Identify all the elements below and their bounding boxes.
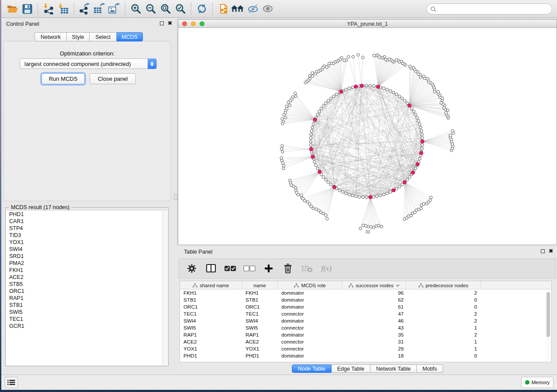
new-network-from-selection-icon[interactable]: [216, 2, 231, 16]
leaf-node[interactable]: [361, 56, 364, 58]
mcds-result-list[interactable]: PHD1CAR1STP4TID3YOX1SWI4SRD1PMA2FKH1ACE2…: [6, 211, 168, 365]
table-scroll-thumb[interactable]: [547, 292, 550, 337]
network-canvas[interactable]: [178, 28, 557, 244]
refresh-icon[interactable]: [194, 2, 209, 16]
network-node[interactable]: [318, 110, 321, 113]
leaf-node[interactable]: [312, 207, 315, 210]
network-node[interactable]: [369, 84, 371, 87]
table-cell[interactable]: dominator: [278, 303, 343, 310]
table-cell[interactable]: 0: [406, 303, 481, 310]
canvas-scroll-thumb[interactable]: [366, 230, 370, 234]
leaf-node[interactable]: [451, 130, 454, 132]
table-cell[interactable]: ACE2: [242, 338, 278, 345]
table-row[interactable]: PHD1PHD1dominator180: [180, 352, 551, 359]
table-cell[interactable]: 47: [343, 310, 406, 317]
leaf-node[interactable]: [395, 58, 398, 61]
mcds-hub-node[interactable]: [403, 181, 406, 184]
table-cell[interactable]: dominator: [278, 331, 343, 338]
tab-style[interactable]: Style: [67, 32, 90, 41]
mcds-hub-node[interactable]: [421, 140, 424, 143]
network-node[interactable]: [351, 86, 354, 89]
network-node[interactable]: [403, 99, 406, 102]
network-node[interactable]: [315, 164, 317, 166]
table-cell[interactable]: YOX1: [180, 345, 242, 352]
result-scrollbar[interactable]: [162, 211, 168, 365]
table-row[interactable]: SWI4SWI4dominator462: [180, 317, 551, 324]
table-cell[interactable]: connector: [278, 338, 343, 345]
mcds-hub-node[interactable]: [411, 171, 415, 175]
table-row[interactable]: ACE2ACE2connector311: [180, 338, 551, 345]
leaf-node[interactable]: [429, 199, 432, 201]
leaf-node[interactable]: [282, 164, 285, 167]
result-item[interactable]: SRD1: [6, 253, 168, 260]
table-cell[interactable]: 18: [343, 352, 406, 359]
add-column-icon[interactable]: [262, 262, 275, 275]
leaf-node[interactable]: [370, 226, 372, 228]
network-node[interactable]: [386, 192, 388, 195]
leaf-node[interactable]: [281, 150, 284, 153]
table-cell[interactable]: 31: [343, 338, 406, 345]
zoom-in-icon[interactable]: [128, 2, 143, 16]
network-node[interactable]: [401, 97, 403, 100]
network-node[interactable]: [362, 196, 364, 199]
leaf-node[interactable]: [429, 196, 432, 199]
leaf-node[interactable]: [436, 90, 439, 93]
table-cell[interactable]: ORC1: [180, 303, 242, 310]
table-cell[interactable]: RAP1: [242, 331, 278, 338]
result-item[interactable]: ORC1: [6, 288, 168, 295]
network-node[interactable]: [389, 191, 391, 193]
mcds-hub-node[interactable]: [333, 186, 336, 189]
leaf-node[interactable]: [446, 109, 449, 111]
tab-network-table[interactable]: Network Table: [370, 364, 417, 373]
result-item[interactable]: SWI4: [6, 246, 168, 253]
leaf-node[interactable]: [281, 122, 284, 125]
show-columns-icon[interactable]: [204, 262, 218, 275]
network-node[interactable]: [382, 193, 385, 196]
network-node[interactable]: [420, 130, 423, 132]
network-node[interactable]: [329, 97, 332, 100]
zoom-selected-icon[interactable]: [173, 2, 188, 16]
tab-mcds[interactable]: MCDS: [117, 32, 143, 41]
table-row[interactable]: ORC1ORC1dominator610: [180, 303, 551, 310]
table-cell[interactable]: 61: [343, 303, 406, 310]
table-scrollbar[interactable]: [546, 290, 551, 361]
table-row[interactable]: RAP1RAP1dominator352: [180, 331, 551, 338]
settings-gear-icon[interactable]: [185, 262, 198, 275]
leaf-node[interactable]: [319, 211, 322, 213]
table-row[interactable]: FKH1FKH1dominator962: [180, 289, 551, 296]
mcds-hub-node[interactable]: [360, 84, 363, 87]
leaf-node[interactable]: [375, 224, 377, 227]
network-node[interactable]: [372, 85, 375, 87]
leaf-node[interactable]: [352, 55, 354, 58]
table-cell[interactable]: 96: [343, 289, 406, 296]
result-item[interactable]: STB1: [6, 302, 168, 309]
table-cell[interactable]: 46: [343, 317, 406, 324]
delete-column-icon[interactable]: [281, 262, 294, 275]
leaf-node[interactable]: [294, 92, 296, 95]
leaf-node[interactable]: [300, 194, 302, 196]
leaf-node[interactable]: [420, 207, 422, 210]
col-successor-nodes[interactable]: successor nodes: [343, 281, 406, 289]
table-cell[interactable]: ORC1: [242, 303, 278, 310]
result-item[interactable]: SWI5: [6, 309, 168, 316]
mcds-hub-node[interactable]: [311, 155, 315, 158]
table-row[interactable]: STB1STB1dominator620: [180, 296, 551, 303]
network-node[interactable]: [310, 130, 313, 132]
memory-button[interactable]: Memory: [521, 377, 554, 388]
tab-edge-table[interactable]: Edge Table: [332, 364, 370, 373]
network-node[interactable]: [417, 120, 420, 122]
leaf-node[interactable]: [357, 53, 360, 56]
float-panel-icon[interactable]: [160, 21, 164, 25]
table-cell[interactable]: 2: [406, 310, 481, 317]
network-node[interactable]: [398, 185, 401, 188]
leaf-node[interactable]: [283, 113, 285, 116]
leaf-node[interactable]: [325, 65, 328, 68]
network-node[interactable]: [410, 107, 413, 110]
network-node[interactable]: [398, 95, 401, 97]
result-item[interactable]: GCR1: [6, 323, 168, 330]
zoom-out-icon[interactable]: [143, 2, 158, 16]
leaf-node[interactable]: [311, 75, 314, 77]
leaf-node[interactable]: [311, 72, 314, 74]
leaf-node[interactable]: [308, 74, 311, 77]
leaf-node[interactable]: [407, 215, 410, 217]
